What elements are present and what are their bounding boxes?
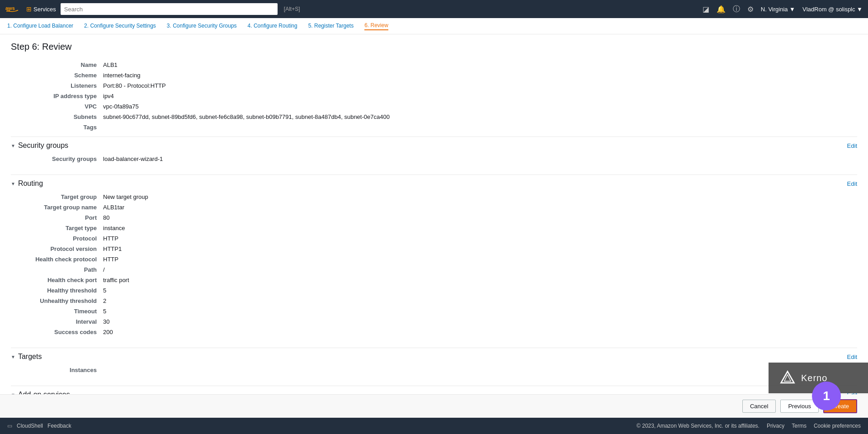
settings-icon[interactable]: ⚙ — [747, 5, 754, 14]
table-row: Protocol version HTTP1 — [12, 244, 856, 254]
table-row: VPC vpc-0fa89a75 — [12, 102, 856, 111]
label-hc-port: Health check port — [12, 275, 102, 285]
tab-step4[interactable]: 4. Configure Routing — [248, 23, 297, 30]
cloudshell-label[interactable]: CloudShell — [17, 423, 43, 429]
search-input[interactable] — [61, 3, 278, 15]
search-shortcut: [Alt+S] — [284, 6, 300, 12]
value-healthy-threshold: 5 — [103, 286, 856, 295]
footer-left: ▭ CloudShell Feedback — [7, 423, 71, 429]
security-groups-table: Security groups load-balancer-wizard-1 — [11, 153, 857, 165]
table-row: Instances — [12, 365, 856, 375]
targets-section: ▼ Targets Edit Instances — [11, 348, 857, 384]
value-tags — [103, 123, 856, 132]
routing-title[interactable]: ▼ Routing — [11, 179, 43, 188]
targets-title[interactable]: ▼ Targets — [11, 353, 42, 361]
security-groups-title[interactable]: ▼ Security groups — [11, 142, 68, 150]
tab-step5[interactable]: 5. Register Targets — [308, 23, 354, 30]
label-target-type: Target type — [12, 223, 102, 233]
cloud-icon[interactable]: ◪ — [703, 5, 709, 14]
step-tabs: 1. Configure Load Balancer 2. Configure … — [0, 18, 868, 34]
routing-header: ▼ Routing Edit — [11, 179, 857, 188]
bottom-action-bar: Cancel Previous Create — [0, 394, 868, 418]
label-timeout: Timeout — [12, 307, 102, 316]
table-row: Health check port traffic port — [12, 275, 856, 285]
label-vpc: VPC — [12, 102, 102, 111]
table-row: Path / — [12, 265, 856, 274]
label-path: Path — [12, 265, 102, 274]
tab-step2[interactable]: 2. Configure Security Settings — [84, 23, 156, 30]
tab-step1[interactable]: 1. Configure Load Balancer — [7, 23, 73, 30]
security-groups-section: ▼ Security groups Edit Security groups l… — [11, 137, 857, 173]
footer-right: © 2023, Amazon Web Services, Inc. or its… — [637, 423, 861, 429]
label-interval: Interval — [12, 317, 102, 326]
label-ip-type: IP address type — [12, 91, 102, 101]
label-hc-protocol: Health check protocol — [12, 255, 102, 264]
targets-table: Instances — [11, 364, 857, 376]
value-subnets: subnet-90c677dd, subnet-89bd5fd6, subnet… — [103, 112, 856, 122]
targets-edit-link[interactable]: Edit — [847, 354, 857, 360]
label-healthy-threshold: Healthy threshold — [12, 286, 102, 295]
label-protocol-version: Protocol version — [12, 244, 102, 254]
label-success-codes: Success codes — [12, 327, 102, 337]
label-instances: Instances — [12, 365, 102, 375]
region-selector[interactable]: N. Virginia ▼ — [761, 6, 795, 13]
services-button[interactable]: ⊞ Services — [26, 5, 56, 13]
top-navigation: aws ⊞ Services [Alt+S] ◪ 🔔 ⓘ ⚙ N. Virgin… — [0, 0, 868, 18]
value-listeners: Port:80 - Protocol:HTTP — [103, 81, 856, 90]
main-content: Step 6: Review Name ALB1 Scheme internet… — [0, 34, 868, 418]
value-scheme: internet-facing — [103, 71, 856, 80]
value-interval: 30 — [103, 317, 856, 326]
value-instances — [103, 365, 856, 375]
table-row: Target type instance — [12, 223, 856, 233]
label-unhealthy-threshold: Unhealthy threshold — [12, 296, 102, 306]
privacy-link[interactable]: Privacy — [767, 423, 784, 429]
grid-icon: ⊞ — [26, 5, 32, 13]
table-row: IP address type ipv4 — [12, 91, 856, 101]
table-row: Healthy threshold 5 — [12, 286, 856, 295]
bell-icon[interactable]: 🔔 — [717, 5, 726, 14]
label-listeners: Listeners — [12, 81, 102, 90]
value-name: ALB1 — [103, 60, 856, 70]
terms-link[interactable]: Terms — [792, 423, 807, 429]
table-row: Name ALB1 — [12, 60, 856, 70]
value-target-type: instance — [103, 223, 856, 233]
table-row: Target group New target group — [12, 192, 856, 202]
table-row: Tags — [12, 123, 856, 132]
chevron-down-icon: ▼ — [11, 143, 15, 148]
security-groups-edit-link[interactable]: Edit — [847, 142, 857, 149]
routing-edit-link[interactable]: Edit — [847, 180, 857, 187]
value-protocol-version: HTTP1 — [103, 244, 856, 254]
value-ip-type: ipv4 — [103, 91, 856, 101]
cookie-link[interactable]: Cookie preferences — [814, 423, 861, 429]
routing-section: ▼ Routing Edit Target group New target g… — [11, 175, 857, 346]
value-success-codes: 200 — [103, 327, 856, 337]
tab-step3[interactable]: 3. Configure Security Groups — [167, 23, 237, 30]
value-target-group: New target group — [103, 192, 856, 202]
tab-step6[interactable]: 6. Review — [364, 22, 388, 30]
help-icon[interactable]: ⓘ — [733, 5, 740, 14]
value-tg-name: ALB1tar — [103, 203, 856, 212]
copyright-text: © 2023, Amazon Web Services, Inc. or its… — [637, 423, 760, 429]
table-row: Timeout 5 — [12, 307, 856, 316]
chevron-down-icon: ▼ — [11, 181, 15, 186]
label-subnets: Subnets — [12, 112, 102, 122]
table-row: Target group name ALB1tar — [12, 203, 856, 212]
aws-logo: aws — [5, 4, 22, 14]
user-menu[interactable]: VladRom @ solisplc ▼ — [802, 6, 863, 13]
chevron-down-icon: ▼ — [11, 354, 15, 359]
table-row: Health check protocol HTTP — [12, 255, 856, 264]
label-target-group: Target group — [12, 192, 102, 202]
notification-badge[interactable]: 1 — [812, 382, 841, 410]
label-security-groups: Security groups — [12, 154, 102, 164]
security-groups-header: ▼ Security groups Edit — [11, 142, 857, 150]
cancel-button[interactable]: Cancel — [742, 400, 776, 413]
table-row: Subnets subnet-90c677dd, subnet-89bd5fd6… — [12, 112, 856, 122]
label-protocol: Protocol — [12, 234, 102, 243]
table-row: Interval 30 — [12, 317, 856, 326]
value-hc-protocol: HTTP — [103, 255, 856, 264]
value-protocol: HTTP — [103, 234, 856, 243]
feedback-label[interactable]: Feedback — [47, 423, 71, 429]
value-hc-port: traffic port — [103, 275, 856, 285]
basic-info-table: Name ALB1 Scheme internet-facing Listene… — [11, 59, 857, 133]
table-row: Protocol HTTP — [12, 234, 856, 243]
